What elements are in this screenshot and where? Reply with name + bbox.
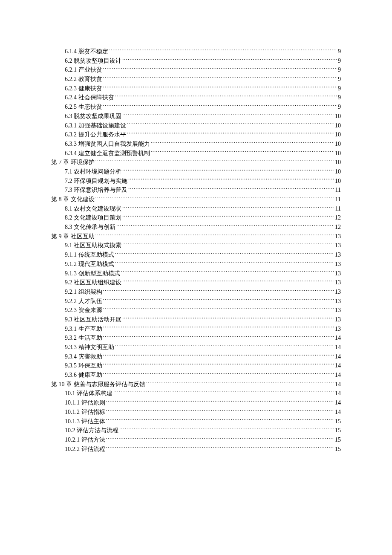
toc-entry-page: 15: [335, 445, 341, 454]
toc-entry-title: 10.2.1 评估方法: [65, 435, 105, 445]
toc-leader-dots: [116, 223, 334, 229]
toc-leader-dots: [121, 269, 334, 275]
toc-entry[interactable]: 9.1.2 现代互助模式13: [51, 260, 341, 269]
toc-entry-page: 9: [338, 65, 341, 75]
toc-entry-title: 10.1.3 评估主体: [65, 417, 105, 426]
toc-entry-page: 11: [335, 204, 341, 214]
toc-entry[interactable]: 10.1.1 评估原则14: [51, 398, 341, 408]
toc-entry-title: 6.3.2 提升公共服务水平: [65, 130, 126, 139]
toc-leader-dots: [115, 93, 337, 99]
toc-entry[interactable]: 6.2.3 健康扶贫9: [51, 84, 341, 93]
toc-entry-title: 8.3 文化传承与创新: [65, 223, 115, 232]
toc-entry[interactable]: 10.2.2 评估流程15: [51, 445, 341, 454]
toc-entry-title: 10.1.2 评估指标: [65, 408, 105, 417]
toc-entry-title: 9.3 社区互助活动开展: [65, 315, 121, 324]
toc-leader-dots: [106, 417, 334, 423]
toc-entry[interactable]: 6.3 脱贫攻坚成果巩固10: [51, 112, 341, 121]
toc-entry[interactable]: 9.2.2 人才队伍 13: [51, 297, 341, 306]
toc-entry[interactable]: 10.2 评估方法与流程15: [51, 426, 341, 435]
toc-entry[interactable]: 9.2.3 资金来源 13: [51, 306, 341, 315]
toc-entry-title: 9.1.2 现代互助模式: [65, 260, 114, 269]
toc-leader-dots: [103, 353, 334, 358]
toc-entry[interactable]: 10.1 评估体系构建14: [51, 389, 341, 398]
toc-entry-page: 9: [338, 84, 341, 93]
toc-entry[interactable]: 10.1.3 评估主体15: [51, 417, 341, 426]
toc-entry-page: 11: [335, 195, 341, 204]
toc-entry-title: 6.3 脱贫攻坚成果巩固: [65, 112, 121, 121]
toc-entry[interactable]: 9.3.3 精神文明互助14: [51, 343, 341, 352]
toc-entry[interactable]: 7.1 农村环境问题分析10: [51, 167, 341, 176]
toc-entry[interactable]: 10.2.1 评估方法15: [51, 435, 341, 445]
toc-entry-title: 8.2 文化建设项目策划: [65, 213, 121, 223]
toc-leader-dots: [122, 168, 334, 173]
toc-entry-title: 第 9 章 社区互助: [51, 232, 95, 241]
toc-entry[interactable]: 8.2 文化建设项目策划12: [51, 213, 341, 223]
toc-entry-page: 12: [335, 213, 341, 223]
toc-entry[interactable]: 9.3.6 健康互助 14: [51, 370, 341, 380]
toc-entry[interactable]: 9.3.4 灾害救助 14: [51, 352, 341, 361]
toc-leader-dots: [103, 297, 334, 303]
toc-entry[interactable]: 6.2.4 社会保障扶贫9: [51, 93, 341, 102]
toc-entry-page: 14: [335, 361, 341, 370]
toc-entry[interactable]: 9.2 社区互助组织建设13: [51, 278, 341, 287]
toc-entry[interactable]: 9.3.2 生活互助 14: [51, 333, 341, 343]
toc-leader-dots: [113, 389, 334, 395]
toc-leader-dots: [103, 84, 337, 90]
toc-entry-page: 13: [335, 306, 341, 315]
toc-entry-title: 第 7 章 环境保护: [51, 158, 95, 167]
toc-leader-dots: [95, 195, 334, 201]
toc-entry[interactable]: 6.3.1 加强基础设施建设10: [51, 121, 341, 130]
toc-entry-title: 9.3.2 生活互助: [65, 333, 102, 343]
toc-entry[interactable]: 7.2 环保项目规划与实施10: [51, 176, 341, 186]
toc-entry-page: 9: [338, 93, 341, 102]
toc-leader-dots: [106, 399, 334, 405]
toc-entry-title: 9.3.4 灾害救助: [65, 352, 102, 361]
toc-entry[interactable]: 9.1 社区互助模式摸索13: [51, 241, 341, 250]
toc-leader-dots: [122, 205, 334, 211]
toc-leader-dots: [122, 214, 334, 220]
toc-entry[interactable]: 10.1.2 评估指标14: [51, 408, 341, 417]
toc-leader-dots: [103, 66, 337, 72]
toc-entry[interactable]: 9.3 社区互助活动开展13: [51, 315, 341, 324]
toc-entry[interactable]: 第 8 章 文化建设 11: [51, 195, 341, 204]
toc-entry-page: 10: [335, 130, 341, 139]
toc-entry-title: 6.2.4 社会保障扶贫: [65, 93, 114, 102]
toc-entry-page: 13: [335, 260, 341, 269]
toc-entry[interactable]: 6.2.2 教育扶贫9: [51, 75, 341, 84]
toc-entry-page: 13: [335, 250, 341, 260]
toc-entry[interactable]: 8.3 文化传承与创新12: [51, 223, 341, 232]
toc-entry[interactable]: 6.3.4 建立健全返贫监测预警机制10: [51, 149, 341, 158]
toc-entry-title: 10.2 评估方法与流程: [65, 426, 118, 435]
toc-entry-page: 14: [335, 343, 341, 352]
toc-entry[interactable]: 6.3.3 增强贫困人口自我发展能力10: [51, 139, 341, 149]
toc-entry-page: 14: [335, 333, 341, 343]
toc-leader-dots: [103, 103, 337, 109]
toc-entry[interactable]: 6.3.2 提升公共服务水平10: [51, 130, 341, 139]
toc-entry[interactable]: 9.3.1 生产互助 13: [51, 324, 341, 334]
toc-entry-title: 10.2.2 评估流程: [65, 445, 105, 454]
toc-entry[interactable]: 6.2.1 产业扶贫9: [51, 65, 341, 75]
toc-entry-title: 第 10 章 慈善与志愿服务评估与反馈: [51, 380, 145, 389]
toc-entry[interactable]: 9.2.1 组织架构13: [51, 287, 341, 297]
toc-entry-page: 13: [335, 232, 341, 241]
toc-entry[interactable]: 8.1 农村文化建设现状11: [51, 204, 341, 214]
toc-entry[interactable]: 9.1.1 传统互助模式13: [51, 250, 341, 260]
toc-entry[interactable]: 6.1.4 脱贫不稳定9: [51, 47, 341, 56]
toc-entry-title: 6.2.3 健康扶贫: [65, 84, 102, 93]
toc-entry[interactable]: 第 10 章 慈善与志愿服务评估与反馈14: [51, 380, 341, 389]
toc-entry-title: 9.1.1 传统互助模式: [65, 250, 114, 260]
toc-entry[interactable]: 6.2 脱贫攻坚项目设计9: [51, 56, 341, 66]
toc-entry[interactable]: 6.2.5 生态扶贫9: [51, 102, 341, 112]
toc-entry[interactable]: 第 7 章 环境保护 10: [51, 158, 341, 167]
toc-entry[interactable]: 9.1.3 创新型互助模式13: [51, 269, 341, 278]
toc-leader-dots: [103, 325, 334, 331]
toc-entry[interactable]: 第 9 章 社区互助 13: [51, 232, 341, 241]
toc-leader-dots: [115, 260, 334, 266]
toc-entry-title: 7.2 环保项目规划与实施: [65, 176, 127, 186]
toc-entry[interactable]: 9.3.5 环保互助 14: [51, 361, 341, 370]
toc-entry[interactable]: 7.3 环保意识培养与普及11: [51, 185, 341, 195]
toc-leader-dots: [95, 232, 334, 238]
toc-entry-title: 9.2.1 组织架构: [65, 287, 102, 297]
toc-entry-title: 6.2.2 教育扶贫: [65, 75, 102, 84]
toc-entry-title: 6.3.3 增强贫困人口自我发展能力: [65, 139, 150, 149]
